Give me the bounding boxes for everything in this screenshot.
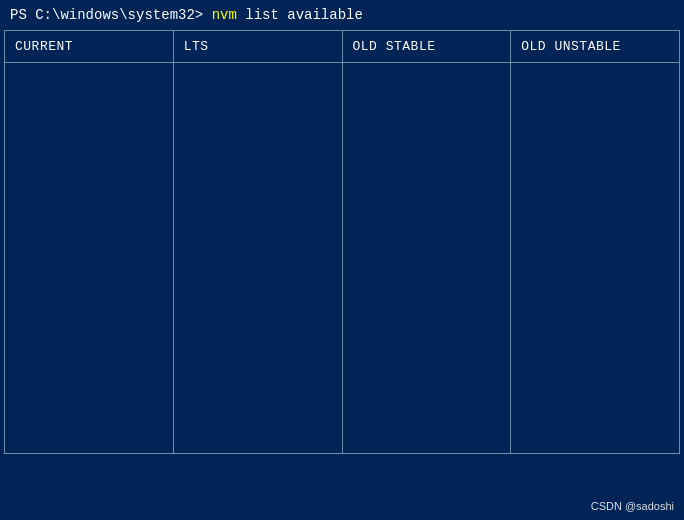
col-header-old-unstable: OLD UNSTABLE — [511, 31, 679, 62]
command-rest: list available — [237, 7, 363, 23]
terminal-header: PS C:\windows\system32> nvm list availab… — [0, 0, 684, 30]
col-header-current: CURRENT — [5, 31, 174, 62]
col-body-current — [5, 63, 174, 453]
watermark: CSDN @sadoshi — [591, 500, 674, 512]
col-body-old-stable — [343, 63, 512, 453]
table-header-row: CURRENT LTS OLD STABLE OLD UNSTABLE — [5, 31, 679, 63]
col-body-lts — [174, 63, 343, 453]
col-body-old-unstable — [511, 63, 679, 453]
table-body — [5, 63, 679, 453]
nvm-table: CURRENT LTS OLD STABLE OLD UNSTABLE — [4, 30, 680, 454]
col-header-lts: LTS — [174, 31, 343, 62]
prompt-text: PS C:\windows\system32> — [10, 7, 212, 23]
nvm-command: nvm — [212, 7, 237, 23]
col-header-old-stable: OLD STABLE — [343, 31, 512, 62]
